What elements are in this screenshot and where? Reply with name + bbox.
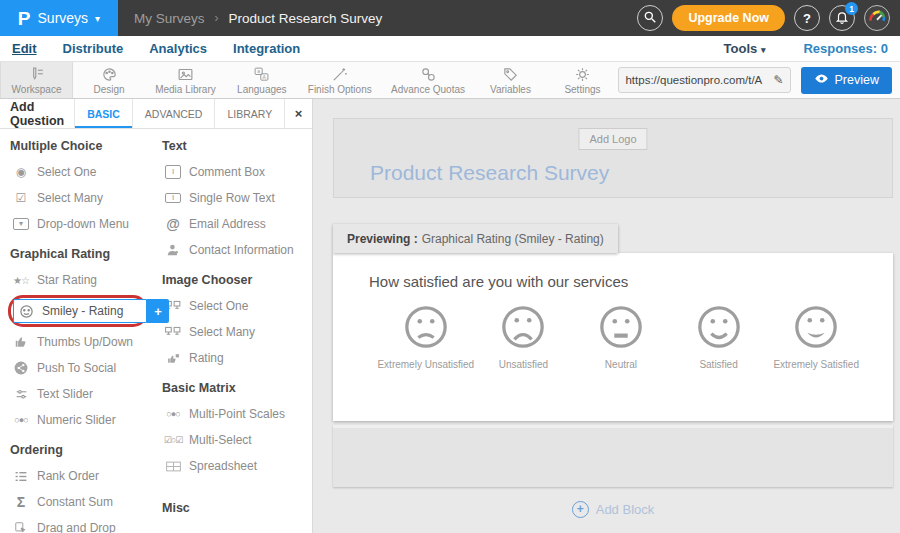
smiley-slight-frown-icon <box>403 304 449 350</box>
add-block-button[interactable]: + Add Block <box>333 501 893 518</box>
question-type-image-select-many[interactable]: Select Many <box>160 319 306 345</box>
question-type-numeric-slider[interactable]: ○●○ Numeric Slider <box>8 407 160 433</box>
plus-circle-icon: + <box>572 501 589 518</box>
tab-basic[interactable]: BASIC <box>74 99 132 128</box>
toolbar-design-button[interactable]: Design <box>73 62 145 98</box>
question-type-rank-order[interactable]: Rank Order <box>8 463 160 489</box>
help-button[interactable]: ? <box>794 5 820 31</box>
question-mark-icon: ? <box>803 11 811 26</box>
question-type-multi-point-scales[interactable]: ○●○ Multi-Point Scales <box>160 401 306 427</box>
question-type-select-one[interactable]: ◉ Select One <box>8 159 160 185</box>
toolbar-variables-button[interactable]: Variables <box>474 62 546 98</box>
question-type-image-rating[interactable]: Rating <box>160 345 306 371</box>
search-button[interactable] <box>637 5 663 31</box>
question-type-select-many[interactable]: ☑ Select Many <box>8 185 160 211</box>
tab-library[interactable]: LIBRARY <box>214 99 284 128</box>
stars-icon: ★☆ <box>11 275 31 286</box>
eye-icon <box>814 73 829 87</box>
survey-url-input[interactable] <box>625 74 773 86</box>
header-actions: Upgrade Now ? 1 <box>637 5 900 31</box>
add-question-plus-button[interactable]: + <box>147 299 169 323</box>
question-type-push-to-social[interactable]: Push To Social <box>8 355 160 381</box>
nav-right-group: Tools ▾ Responses: 0 <box>724 41 888 56</box>
tab-integration[interactable]: Integration <box>233 41 300 56</box>
toolbar-advance-quotas-button[interactable]: Advance Quotas <box>382 62 475 98</box>
comment-box-icon: I <box>163 165 183 179</box>
workspace-icon <box>27 66 46 83</box>
survey-title[interactable]: Product Research Survey <box>370 161 609 185</box>
tab-distribute[interactable]: Distribute <box>63 41 124 56</box>
question-type-constant-sum[interactable]: Σ Constant Sum <box>8 489 160 515</box>
sliders-icon <box>11 388 31 401</box>
breadcrumb-separator-icon: › <box>215 11 219 25</box>
question-type-smiley-rating-selected[interactable]: Smiley - Rating + <box>13 299 147 323</box>
sigma-icon: Σ <box>11 494 31 510</box>
rating-option-unsatisfied[interactable]: Unsatisfied <box>475 304 573 370</box>
question-type-spreadsheet[interactable]: Spreadsheet <box>160 453 306 479</box>
tools-dropdown[interactable]: Tools ▾ <box>724 41 766 56</box>
preview-button[interactable]: Preview <box>801 67 892 94</box>
red-annotation-circle: Smiley - Rating + <box>8 295 148 327</box>
search-icon <box>643 10 657 27</box>
question-type-star-rating[interactable]: ★☆ Star Rating <box>8 267 160 293</box>
tab-edit[interactable]: Edit <box>12 41 37 56</box>
multi-select-icon: ☑○☑ <box>163 435 183 445</box>
previewing-tab: Previewing : Graphical Rating (Smiley - … <box>333 224 618 253</box>
toolbar-workspace-button[interactable]: Workspace <box>0 62 73 98</box>
svg-text:a: a <box>258 69 261 74</box>
survey-canvas: Add Logo Product Research Survey Preview… <box>313 99 900 533</box>
surveys-menu-label: Surveys <box>38 10 89 26</box>
upgrade-now-button[interactable]: Upgrade Now <box>672 5 785 31</box>
survey-url-field[interactable]: ✎ <box>618 67 790 93</box>
chain-links-icon <box>419 66 438 83</box>
question-type-email-address[interactable]: @ Email Address <box>160 211 306 237</box>
rating-option-extremely-unsatisfied[interactable]: Extremely Unsatisfied <box>377 304 475 370</box>
toolbar-right-group: ✎ Preview <box>618 62 900 98</box>
tab-advanced[interactable]: ADVANCED <box>132 99 215 128</box>
question-type-text-slider[interactable]: Text Slider <box>8 381 160 407</box>
notification-badge: 1 <box>845 2 858 15</box>
questionpro-logo-icon: P <box>18 9 31 28</box>
add-question-header: Add Question BASIC ADVANCED LIBRARY × <box>0 99 312 129</box>
notifications-button[interactable]: 1 <box>829 5 855 31</box>
breadcrumb-my-surveys[interactable]: My Surveys <box>134 11 205 26</box>
toolbar-settings-button[interactable]: Settings <box>546 62 618 98</box>
top-header-bar: P Surveys ▾ My Surveys › Product Researc… <box>0 0 900 36</box>
at-sign-icon: @ <box>163 216 183 232</box>
share-icon <box>11 361 31 375</box>
tab-analytics[interactable]: Analytics <box>149 41 207 56</box>
question-type-drag-and-drop[interactable]: Drag and Drop <box>8 515 160 533</box>
smiley-icon <box>16 304 36 319</box>
user-avatar[interactable] <box>864 5 890 31</box>
magic-wand-icon <box>330 66 349 83</box>
question-type-comment-box[interactable]: I Comment Box <box>160 159 306 185</box>
single-row-icon: I <box>163 193 183 203</box>
smiley-big-smile-icon <box>793 304 839 350</box>
section-text: Text <box>162 139 306 153</box>
toolbar-finish-options-button[interactable]: Finish Options <box>298 62 382 98</box>
rating-option-extremely-satisfied[interactable]: Extremely Satisfied <box>767 304 865 370</box>
question-text: How satisfied are you with our services <box>333 253 893 290</box>
question-type-thumbs-up-down[interactable]: Thumbs Up/Down <box>8 329 160 355</box>
question-type-image-select-one[interactable]: Select One <box>160 293 306 319</box>
rating-option-satisfied[interactable]: Satisfied <box>670 304 768 370</box>
palette-icon <box>100 66 119 83</box>
previewing-question-type: Graphical Rating (Smiley - Rating) <box>422 232 604 246</box>
toolbar-media-library-button[interactable]: Media Library <box>145 62 226 98</box>
add-logo-button[interactable]: Add Logo <box>578 128 647 150</box>
rating-option-neutral[interactable]: Neutral <box>572 304 670 370</box>
toolbar-languages-button[interactable]: aA Languages <box>226 62 298 98</box>
svg-text:A: A <box>263 74 267 79</box>
question-preview-card: How satisfied are you with our services … <box>333 253 893 421</box>
survey-nav-bar: Edit Distribute Analytics Integration To… <box>0 36 900 62</box>
app-logo-menu[interactable]: P Surveys ▾ <box>0 0 118 36</box>
empty-block-placeholder[interactable] <box>333 425 893 487</box>
question-type-dropdown-menu[interactable]: ▾ Drop-down Menu <box>8 211 160 237</box>
close-panel-button[interactable]: × <box>284 99 312 128</box>
question-type-single-row-text[interactable]: I Single Row Text <box>160 185 306 211</box>
section-ordering: Ordering <box>10 443 160 457</box>
question-type-multi-select[interactable]: ☑○☑ Multi-Select <box>160 427 306 453</box>
question-type-contact-information[interactable]: Contact Information <box>160 237 306 263</box>
edit-url-pencil-icon[interactable]: ✎ <box>773 73 783 87</box>
section-misc: Misc <box>162 501 306 515</box>
